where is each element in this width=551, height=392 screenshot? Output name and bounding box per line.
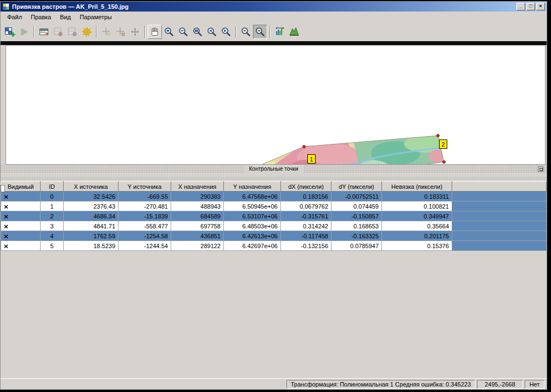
full-histogram-stretch-button[interactable] <box>287 25 301 39</box>
cell-id: 5 <box>41 241 64 251</box>
cell-id: 4 <box>41 231 64 241</box>
zoom-in-button[interactable] <box>162 25 176 39</box>
local-histogram-stretch-button[interactable] <box>273 25 287 39</box>
visible-toggle[interactable]: × <box>1 201 41 211</box>
cell-y-source: -270.481 <box>119 201 171 211</box>
menu-view[interactable]: Вид <box>55 13 75 21</box>
table-row[interactable]: × 5 18.5239 -1244.54 289122 6.42697e+06 … <box>1 241 547 251</box>
save-gcps-button[interactable] <box>51 25 65 39</box>
menu-edit[interactable]: Правка <box>26 13 55 21</box>
table-row[interactable]: × 4 1762.59 -1254.58 436851 6.42613e+06 … <box>1 231 547 241</box>
app-icon <box>2 3 10 10</box>
cell-residual: 0.35664 <box>382 221 452 231</box>
cell-x-source: 2376.43 <box>64 201 119 211</box>
gcp-panel-title: Контрольные точки <box>244 165 303 173</box>
map-canvas[interactable]: 0 1 2 3 4 5 <box>5 45 546 165</box>
play-icon <box>19 26 30 37</box>
toolbar-separator <box>96 26 97 38</box>
zoom-last-button[interactable] <box>205 25 219 39</box>
float-panel-button[interactable] <box>538 166 543 172</box>
cell-dy: -0.150857 <box>331 211 382 221</box>
visible-toggle[interactable]: × <box>1 231 41 241</box>
cell-dx: 0.183156 <box>281 192 331 201</box>
visible-toggle[interactable]: × <box>1 211 41 221</box>
open-raster-icon <box>38 26 49 37</box>
cell-id: 2 <box>41 211 64 221</box>
gcp-table: Видимый ID X источника Y источника X наз… <box>1 181 547 251</box>
x-mark-icon: × <box>4 203 8 210</box>
x-mark-icon: × <box>4 242 8 249</box>
title-bar[interactable]: Привязка растров — AK_Pril_5_150.jpg _ □… <box>1 2 547 12</box>
move-point-button[interactable] <box>128 25 142 39</box>
zoom-to-layer-button[interactable] <box>190 25 205 39</box>
cell-x-source: 4686.34 <box>64 211 119 221</box>
full-histogram-stretch-icon <box>289 26 300 37</box>
visible-toggle[interactable]: × <box>1 192 41 201</box>
transformation-settings-button[interactable] <box>80 25 94 39</box>
dock-separator <box>1 41 547 45</box>
add-point-button[interactable] <box>99 25 114 39</box>
zoom-out-icon <box>178 26 189 37</box>
pan-tool-button[interactable] <box>148 25 162 39</box>
zoom-out-button[interactable] <box>176 25 190 39</box>
cell-residual: 0.100821 <box>382 201 452 211</box>
load-gcps-button[interactable] <box>65 25 80 39</box>
cell-y-source: -1244.54 <box>119 241 171 251</box>
col-header-filler <box>452 182 547 192</box>
cell-x-source: 4841.71 <box>64 221 119 231</box>
status-bar: Трансформация: Полиномиальная 1 Средняя … <box>1 378 547 389</box>
start-georeferencing-button[interactable] <box>3 25 17 39</box>
cell-y-source: -1254.58 <box>119 231 171 241</box>
cell-dy: -0.00752511 <box>331 192 382 201</box>
link-georeferencer-icon <box>240 26 251 37</box>
visible-toggle[interactable]: × <box>1 241 41 251</box>
x-mark-icon: × <box>4 212 8 220</box>
panel-handle[interactable] <box>1 185 5 192</box>
cell-x-dest: 697758 <box>171 221 224 231</box>
cell-dy: -0.163325 <box>331 231 382 241</box>
cell-y-source: -558.477 <box>119 221 171 231</box>
table-row[interactable]: × 0 32.5426 -669.55 290383 6.47568e+06 0… <box>1 192 547 201</box>
cell-id: 3 <box>41 221 64 231</box>
minimize-button[interactable]: _ <box>516 3 525 10</box>
table-row[interactable]: × 2 4686.34 -15.1839 684589 6.53107e+06 … <box>1 211 547 221</box>
col-header-residual: Невязка (пиксели) <box>382 182 452 192</box>
x-mark-icon: × <box>4 232 8 239</box>
cell-x-source: 32.5426 <box>64 192 119 201</box>
maximize-button[interactable]: □ <box>526 3 535 10</box>
transform-status: Трансформация: Полиномиальная 1 Средняя … <box>286 380 475 389</box>
cell-y-source: -15.1839 <box>119 211 171 221</box>
georeferencer-window: Привязка растров — AK_Pril_5_150.jpg _ □… <box>0 1 547 390</box>
cell-y-dest: 6.50945e+06 <box>224 201 281 211</box>
cell-y-dest: 6.42613e+06 <box>224 231 281 241</box>
link-qgis-to-georeferencer-button[interactable] <box>253 25 267 39</box>
cell-x-dest: 684589 <box>171 211 224 221</box>
x-mark-icon: × <box>4 222 8 229</box>
close-button[interactable]: × <box>536 3 545 10</box>
menu-settings[interactable]: Параметры <box>75 13 116 21</box>
gcp-panel-titlebar[interactable]: Контрольные точки <box>1 165 547 173</box>
zoom-next-button[interactable] <box>219 25 233 39</box>
delete-point-button[interactable] <box>114 25 128 39</box>
start-georeferencing-icon <box>4 26 15 37</box>
toolbar-separator <box>33 26 35 38</box>
menu-file[interactable]: Файл <box>3 13 26 21</box>
table-header-row: Видимый ID X источника Y источника X наз… <box>1 182 547 192</box>
cell-dx: 0.0679762 <box>281 201 331 211</box>
zoom-next-icon <box>221 26 232 37</box>
col-header-dy: dY (пиксели) <box>331 182 382 192</box>
row-filler <box>452 201 547 211</box>
row-filler <box>452 192 547 201</box>
play-button[interactable] <box>17 25 31 39</box>
row-filler <box>452 241 547 251</box>
link-georeferencer-to-qgis-button[interactable] <box>239 25 253 39</box>
col-header-visible: Видимый <box>1 182 41 192</box>
cell-residual: 0.15376 <box>382 241 452 251</box>
visible-toggle[interactable]: × <box>1 221 41 231</box>
open-raster-button[interactable] <box>37 25 51 39</box>
cell-residual: 0.201175 <box>382 231 452 241</box>
add-point-icon <box>101 26 112 37</box>
table-row[interactable]: × 1 2376.43 -270.481 488943 6.50945e+06 … <box>1 201 547 211</box>
gcp-label-1: 1 <box>307 154 316 164</box>
table-row[interactable]: × 3 4841.71 -558.477 697758 6.48503e+06 … <box>1 221 547 231</box>
